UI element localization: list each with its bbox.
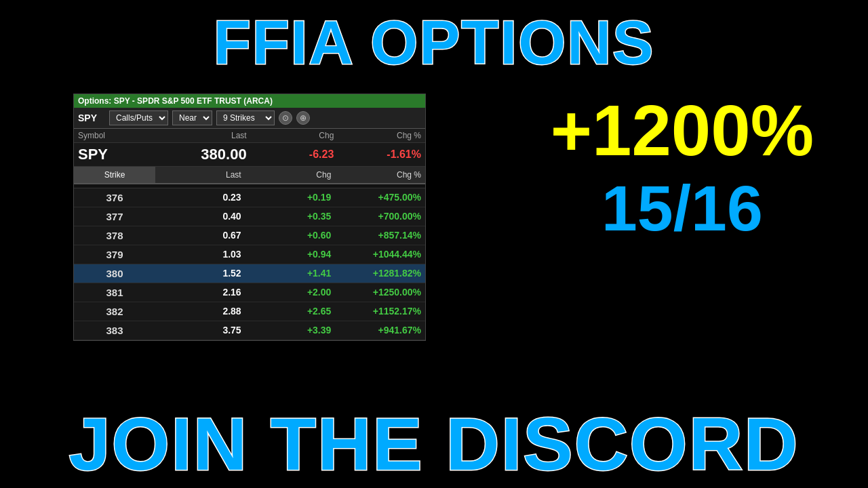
main-title: FFIA OPTIONS bbox=[0, 0, 868, 73]
chg-cell: +0.19 bbox=[245, 188, 336, 207]
chgpct-cell: +1152.17% bbox=[335, 302, 425, 321]
near-dropdown[interactable]: Near All bbox=[172, 110, 212, 125]
symbol-col-label: Symbol bbox=[78, 131, 159, 140]
chgpct-cell: +700.00% bbox=[335, 207, 425, 226]
toolbar: SPY Calls/Puts Calls Puts Near All 9 Str… bbox=[74, 108, 425, 129]
refresh-icon[interactable]: ⊕ bbox=[296, 111, 310, 125]
last-cell: 0.67 bbox=[155, 226, 245, 245]
strike-cell: 381 bbox=[74, 283, 155, 302]
chg-cell: +0.60 bbox=[245, 226, 336, 245]
options-table-body: 376 0.23 +0.19 +475.00% 377 0.40 +0.35 +… bbox=[74, 188, 425, 340]
strike-cell: 382 bbox=[74, 302, 155, 321]
strike-cell: 379 bbox=[74, 245, 155, 264]
table-row[interactable]: 381 2.16 +2.00 +1250.00% bbox=[74, 283, 425, 302]
strike-header: Strike bbox=[74, 167, 155, 183]
table-row[interactable]: 376 0.23 +0.19 +475.00% bbox=[74, 188, 425, 207]
chgpct-cell: +941.67% bbox=[335, 321, 425, 340]
table-row[interactable]: 379 1.03 +0.94 +1044.44% bbox=[74, 245, 425, 264]
underlying-chgpct: -1.61% bbox=[334, 146, 421, 163]
strike-cell: 377 bbox=[74, 207, 155, 226]
chgpct-cell: +857.14% bbox=[335, 226, 425, 245]
strike-cell: 378 bbox=[74, 226, 155, 245]
chg-cell: +0.94 bbox=[245, 245, 336, 264]
table-row[interactable]: 378 0.67 +0.60 +857.14% bbox=[74, 226, 425, 245]
chg-header: Chg bbox=[245, 167, 336, 183]
last-header: Last bbox=[155, 167, 245, 183]
chg-col-label: Chg bbox=[247, 131, 334, 140]
win-rate: 15/16 bbox=[551, 173, 814, 244]
options-panel: Options: SPY - SPDR S&P 500 ETF TRUST (A… bbox=[73, 94, 426, 341]
percent-gain: +1200% bbox=[551, 95, 814, 166]
underlying-symbol: SPY bbox=[78, 146, 159, 163]
strike-cell: 383 bbox=[74, 321, 155, 340]
chgpct-cell: +1044.44% bbox=[335, 245, 425, 264]
last-cell: 0.23 bbox=[155, 188, 245, 207]
settings-icon[interactable]: ⊙ bbox=[279, 111, 292, 125]
summary-data: SPY 380.00 -6.23 -1.61% bbox=[74, 143, 425, 167]
panel-header: Options: SPY - SPDR S&P 500 ETF TRUST (A… bbox=[74, 94, 425, 108]
last-cell: 2.88 bbox=[155, 302, 245, 321]
table-header: Strike Last Chg Chg % bbox=[74, 167, 425, 184]
underlying-chg: -6.23 bbox=[247, 146, 334, 163]
last-cell: 3.75 bbox=[155, 321, 245, 340]
chg-cell: +1.41 bbox=[245, 264, 336, 283]
chg-cell: +2.00 bbox=[245, 283, 336, 302]
table-row[interactable]: 380 1.52 +1.41 +1281.82% bbox=[74, 264, 425, 283]
chgpct-col-label: Chg % bbox=[334, 131, 421, 140]
table-row[interactable]: 383 3.75 +3.39 +941.67% bbox=[74, 321, 425, 340]
last-cell: 1.52 bbox=[155, 264, 245, 283]
table-row[interactable]: 382 2.88 +2.65 +1152.17% bbox=[74, 302, 425, 321]
strike-cell: 376 bbox=[74, 188, 155, 207]
last-col-label: Last bbox=[159, 131, 247, 140]
chg-cell: +0.35 bbox=[245, 207, 336, 226]
last-cell: 0.40 bbox=[155, 207, 245, 226]
summary-header: Symbol Last Chg Chg % bbox=[74, 129, 425, 143]
strike-cell: 380 bbox=[74, 264, 155, 283]
chg-cell: +2.65 bbox=[245, 302, 336, 321]
chg-cell: +3.39 bbox=[245, 321, 336, 340]
chgpct-cell: +1250.00% bbox=[335, 283, 425, 302]
calls-puts-dropdown[interactable]: Calls/Puts Calls Puts bbox=[109, 110, 168, 125]
underlying-last: 380.00 bbox=[159, 146, 247, 163]
chgpct-header: Chg % bbox=[335, 167, 425, 183]
strikes-dropdown[interactable]: 9 Strikes 5 Strikes All Strikes bbox=[216, 110, 275, 125]
table-row[interactable]: 377 0.40 +0.35 +700.00% bbox=[74, 207, 425, 226]
last-cell: 1.03 bbox=[155, 245, 245, 264]
bottom-banner: JOIN THE DISCORD bbox=[0, 407, 868, 488]
chgpct-cell: +475.00% bbox=[335, 188, 425, 207]
last-cell: 2.16 bbox=[155, 283, 245, 302]
symbol-label: SPY bbox=[78, 113, 105, 123]
chgpct-cell: +1281.82% bbox=[335, 264, 425, 283]
right-stats: +1200% 15/16 bbox=[551, 95, 814, 244]
